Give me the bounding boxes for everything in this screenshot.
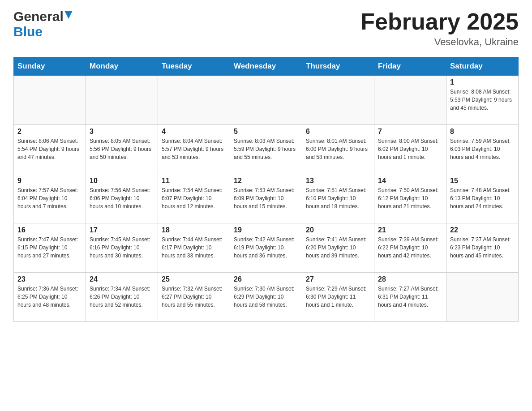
day-info: Sunrise: 7:36 AM Sunset: 6:25 PM Dayligh… [17, 285, 82, 309]
day-number: 19 [234, 226, 298, 234]
day-number: 11 [162, 177, 226, 185]
calendar-cell: 15Sunrise: 7:48 AM Sunset: 6:13 PM Dayli… [446, 174, 519, 223]
day-number: 7 [378, 128, 442, 136]
day-number: 5 [234, 128, 298, 136]
calendar-cell: 3Sunrise: 8:05 AM Sunset: 5:56 PM Daylig… [86, 125, 158, 174]
day-info: Sunrise: 7:47 AM Sunset: 6:15 PM Dayligh… [17, 235, 82, 260]
day-info: Sunrise: 7:41 AM Sunset: 6:20 PM Dayligh… [306, 235, 370, 260]
location-text: Veselovka, Ukraine [360, 36, 519, 48]
day-number: 14 [378, 177, 442, 185]
calendar-week-5: 23Sunrise: 7:36 AM Sunset: 6:25 PM Dayli… [14, 273, 519, 322]
day-info: Sunrise: 7:34 AM Sunset: 6:26 PM Dayligh… [90, 285, 154, 309]
calendar-cell [86, 76, 158, 125]
calendar-cell: 17Sunrise: 7:45 AM Sunset: 6:16 PM Dayli… [86, 223, 158, 273]
day-info: Sunrise: 7:45 AM Sunset: 6:16 PM Dayligh… [90, 235, 154, 260]
day-info: Sunrise: 8:03 AM Sunset: 5:59 PM Dayligh… [234, 137, 298, 161]
day-number: 23 [17, 275, 82, 283]
logo-general-text: General [13, 9, 64, 24]
day-info: Sunrise: 7:53 AM Sunset: 6:09 PM Dayligh… [234, 186, 298, 210]
calendar-cell: 20Sunrise: 7:41 AM Sunset: 6:20 PM Dayli… [302, 223, 374, 273]
day-info: Sunrise: 7:50 AM Sunset: 6:12 PM Dayligh… [378, 186, 442, 210]
calendar-cell: 5Sunrise: 8:03 AM Sunset: 5:59 PM Daylig… [230, 125, 302, 174]
calendar-header-sunday: Sunday [14, 57, 86, 76]
calendar-header-tuesday: Tuesday [158, 57, 230, 76]
calendar-cell [230, 76, 302, 125]
day-info: Sunrise: 7:32 AM Sunset: 6:27 PM Dayligh… [162, 285, 226, 309]
calendar-cell: 21Sunrise: 7:39 AM Sunset: 6:22 PM Dayli… [374, 223, 446, 273]
day-info: Sunrise: 7:44 AM Sunset: 6:17 PM Dayligh… [162, 235, 226, 260]
day-number: 3 [90, 128, 154, 136]
day-number: 12 [234, 177, 298, 185]
calendar-cell: 8Sunrise: 7:59 AM Sunset: 6:03 PM Daylig… [446, 125, 519, 174]
day-number: 25 [162, 275, 226, 283]
day-number: 6 [306, 128, 370, 136]
day-info: Sunrise: 8:08 AM Sunset: 5:53 PM Dayligh… [450, 88, 515, 112]
day-number: 22 [450, 226, 515, 234]
calendar-table: SundayMondayTuesdayWednesdayThursdayFrid… [13, 57, 519, 322]
calendar-header-thursday: Thursday [302, 57, 374, 76]
calendar-cell: 1Sunrise: 8:08 AM Sunset: 5:53 PM Daylig… [446, 76, 519, 125]
day-info: Sunrise: 7:29 AM Sunset: 6:30 PM Dayligh… [306, 285, 370, 309]
day-number: 4 [162, 128, 226, 136]
day-number: 20 [306, 226, 370, 234]
calendar-cell [446, 273, 519, 322]
calendar-cell [302, 76, 374, 125]
calendar-cell: 13Sunrise: 7:51 AM Sunset: 6:10 PM Dayli… [302, 174, 374, 223]
day-number: 16 [17, 226, 82, 234]
calendar-cell: 14Sunrise: 7:50 AM Sunset: 6:12 PM Dayli… [374, 174, 446, 223]
calendar-header-saturday: Saturday [446, 57, 519, 76]
svg-marker-0 [64, 11, 73, 19]
day-number: 27 [306, 275, 370, 283]
logo-triangle-icon [64, 11, 73, 21]
calendar-header-row: SundayMondayTuesdayWednesdayThursdayFrid… [14, 57, 519, 76]
day-info: Sunrise: 7:51 AM Sunset: 6:10 PM Dayligh… [306, 186, 370, 210]
day-number: 24 [90, 275, 154, 283]
calendar-cell [158, 76, 230, 125]
calendar-week-4: 16Sunrise: 7:47 AM Sunset: 6:15 PM Dayli… [14, 223, 519, 273]
day-number: 15 [450, 177, 515, 185]
day-info: Sunrise: 7:39 AM Sunset: 6:22 PM Dayligh… [378, 235, 442, 260]
day-number: 17 [90, 226, 154, 234]
day-number: 1 [450, 78, 515, 86]
calendar-cell: 22Sunrise: 7:37 AM Sunset: 6:23 PM Dayli… [446, 223, 519, 273]
day-info: Sunrise: 7:59 AM Sunset: 6:03 PM Dayligh… [450, 137, 515, 161]
day-number: 2 [17, 128, 82, 136]
calendar-cell [14, 76, 86, 125]
day-info: Sunrise: 8:05 AM Sunset: 5:56 PM Dayligh… [90, 137, 154, 161]
day-number: 18 [162, 226, 226, 234]
calendar-cell [374, 76, 446, 125]
day-number: 26 [234, 275, 298, 283]
day-info: Sunrise: 7:57 AM Sunset: 6:04 PM Dayligh… [17, 186, 82, 210]
calendar-header-monday: Monday [86, 57, 158, 76]
calendar-header-friday: Friday [374, 57, 446, 76]
calendar-cell: 12Sunrise: 7:53 AM Sunset: 6:09 PM Dayli… [230, 174, 302, 223]
day-info: Sunrise: 8:06 AM Sunset: 5:54 PM Dayligh… [17, 137, 82, 161]
day-info: Sunrise: 7:56 AM Sunset: 6:06 PM Dayligh… [90, 186, 154, 210]
title-block: February 2025 Veselovka, Ukraine [360, 9, 519, 48]
logo-blue-text: Blue [13, 24, 43, 39]
calendar-cell: 9Sunrise: 7:57 AM Sunset: 6:04 PM Daylig… [14, 174, 86, 223]
logo: General Blue [13, 9, 73, 39]
day-info: Sunrise: 8:00 AM Sunset: 6:02 PM Dayligh… [378, 137, 442, 161]
day-info: Sunrise: 7:54 AM Sunset: 6:07 PM Dayligh… [162, 186, 226, 210]
day-number: 10 [90, 177, 154, 185]
day-info: Sunrise: 7:37 AM Sunset: 6:23 PM Dayligh… [450, 235, 515, 260]
calendar-cell: 23Sunrise: 7:36 AM Sunset: 6:25 PM Dayli… [14, 273, 86, 322]
calendar-cell: 28Sunrise: 7:27 AM Sunset: 6:31 PM Dayli… [374, 273, 446, 322]
month-title: February 2025 [360, 9, 519, 34]
calendar-cell: 26Sunrise: 7:30 AM Sunset: 6:29 PM Dayli… [230, 273, 302, 322]
calendar-cell: 6Sunrise: 8:01 AM Sunset: 6:00 PM Daylig… [302, 125, 374, 174]
day-info: Sunrise: 7:27 AM Sunset: 6:31 PM Dayligh… [378, 285, 442, 309]
day-number: 21 [378, 226, 442, 234]
calendar-week-3: 9Sunrise: 7:57 AM Sunset: 6:04 PM Daylig… [14, 174, 519, 223]
day-number: 8 [450, 128, 515, 136]
day-number: 13 [306, 177, 370, 185]
page-header: General Blue February 2025 Veselovka, Uk… [13, 9, 519, 48]
calendar-cell: 16Sunrise: 7:47 AM Sunset: 6:15 PM Dayli… [14, 223, 86, 273]
calendar-header-wednesday: Wednesday [230, 57, 302, 76]
calendar-cell: 7Sunrise: 8:00 AM Sunset: 6:02 PM Daylig… [374, 125, 446, 174]
day-info: Sunrise: 7:30 AM Sunset: 6:29 PM Dayligh… [234, 285, 298, 309]
calendar-cell: 19Sunrise: 7:42 AM Sunset: 6:19 PM Dayli… [230, 223, 302, 273]
day-number: 28 [378, 275, 442, 283]
day-info: Sunrise: 8:04 AM Sunset: 5:57 PM Dayligh… [162, 137, 226, 161]
